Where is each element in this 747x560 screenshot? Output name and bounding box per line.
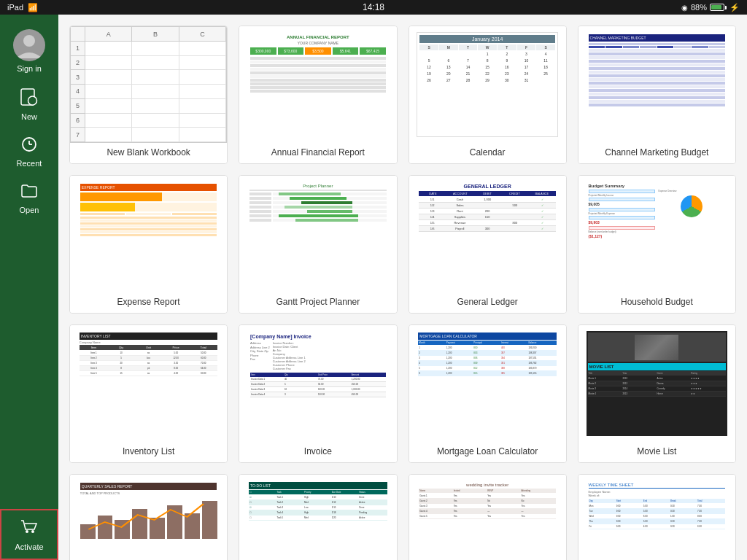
template-preview-expense: EXPENSE REPORT — [70, 176, 227, 292]
template-label-blank: New Blank Workbook — [70, 143, 227, 163]
activate-label: Activate — [15, 542, 43, 551]
open-label: Open — [20, 206, 39, 214]
template-preview-blank: A B C 1 2 3 4 5 6 7 — [70, 26, 227, 143]
template-preview-financial: ANNUAL FINANCIAL REPORT YOUR COMPANY NAM… — [239, 26, 396, 143]
svg-point-0 — [23, 35, 35, 47]
template-ledger[interactable]: GENERAL LEDGER DATE ACCOUNT DEBIT CREDIT… — [409, 175, 567, 314]
template-label-inventory: Inventory List — [70, 442, 227, 462]
template-calendar[interactable]: January 2014 S M T W T F S 1 — [409, 26, 567, 164]
svg-point-8 — [26, 530, 28, 533]
template-label-invoice: Invoice — [239, 442, 396, 462]
template-preview-qsales: QUARTERLY SALES REPORT TOTAL AND TOP PRO… — [70, 475, 227, 560]
svg-point-4 — [28, 96, 37, 105]
open-icon — [20, 182, 38, 204]
status-bar: iPad 📶 14:18 ◉ 88% ⚡ — [0, 0, 747, 15]
template-label-movie: Movie List — [578, 442, 735, 462]
template-label-ledger: General Ledger — [409, 292, 566, 313]
new-label: New — [21, 112, 37, 121]
template-preview-channel: CHANNEL MARKETING BUDGET — [578, 26, 735, 143]
avatar — [13, 29, 45, 61]
template-gantt[interactable]: Project Planner — [239, 175, 397, 314]
battery-indicator — [710, 4, 727, 11]
status-left: iPad 📶 — [7, 3, 38, 12]
sidebar-item-new[interactable]: New — [0, 80, 58, 128]
template-label-channel: Channel Marketing Budget — [578, 143, 735, 163]
device-label: iPad — [7, 3, 23, 12]
template-label-gantt: Gantt Project Planner — [239, 292, 396, 313]
status-time: 14:18 — [363, 2, 384, 12]
template-preview-mortgage: MORTGAGE LOAN CALCULATOR Month Payment P… — [409, 325, 566, 442]
template-preview-calendar: January 2014 S M T W T F S 1 — [409, 26, 566, 143]
status-right: ◉ 88% ⚡ — [681, 3, 740, 12]
sidebar-item-open[interactable]: Open — [0, 175, 58, 222]
main-layout: Sign in New Recent — [0, 15, 747, 560]
template-preview-todo: TO-DO LIST ☐ Task Priority Due Date Stat… — [239, 475, 396, 560]
battery-label: 88% — [691, 3, 707, 12]
signin-label: Sign in — [17, 64, 42, 73]
template-preview-invoice: [Company Name] Invoice AddressAddress Li… — [239, 325, 396, 442]
template-preview-wedding: wedding invite tracker Name Invited RSVP… — [409, 475, 566, 560]
activate-button[interactable]: Activate — [0, 509, 58, 560]
template-household[interactable]: Budget Summary Projected Monthly Income … — [578, 175, 736, 314]
template-label-financial: Annual Financial Report — [239, 143, 396, 163]
charging-icon: ⚡ — [729, 3, 740, 12]
template-label-calendar: Calendar — [409, 143, 566, 163]
template-financial[interactable]: ANNUAL FINANCIAL REPORT YOUR COMPANY NAM… — [239, 26, 397, 164]
wifi-icon: 📶 — [28, 3, 38, 12]
sidebar-bottom: Activate — [0, 509, 58, 560]
template-movie[interactable]: MOVIE LIST Title Year Genre Rating Movie… — [578, 324, 736, 463]
template-blank[interactable]: A B C 1 2 3 4 5 6 7 New Blank Workbook — [69, 26, 228, 164]
template-preview-movie: MOVIE LIST Title Year Genre Rating Movie… — [578, 325, 735, 442]
template-invoice[interactable]: [Company Name] Invoice AddressAddress Li… — [239, 324, 397, 463]
template-preview-household: Budget Summary Projected Monthly Income … — [578, 176, 735, 292]
template-expense[interactable]: EXPENSE REPORT — [69, 175, 228, 314]
template-todo[interactable]: TO-DO LIST ☐ Task Priority Due Date Stat… — [239, 474, 397, 560]
template-preview-gantt: Project Planner — [239, 176, 396, 292]
new-icon — [20, 88, 39, 111]
template-inventory[interactable]: INVENTORY LIST Company Name Item Qty Uni… — [69, 324, 228, 463]
template-mortgage[interactable]: MORTGAGE LOAN CALCULATOR Month Payment P… — [409, 324, 567, 463]
template-grid: A B C 1 2 3 4 5 6 7 New Blank Workbook — [69, 26, 736, 560]
template-wedding[interactable]: wedding invite tracker Name Invited RSVP… — [409, 474, 567, 560]
sidebar: Sign in New Recent — [0, 15, 58, 560]
template-preview-timesheet: WEEKLY TIME SHEET Employee Name:Week of:… — [578, 475, 735, 560]
location-icon: ◉ — [681, 4, 688, 12]
svg-point-9 — [31, 530, 34, 533]
template-qsales[interactable]: QUARTERLY SALES REPORT TOTAL AND TOP PRO… — [69, 474, 228, 560]
cart-icon — [20, 518, 39, 541]
template-label-household: Household Budget — [578, 292, 735, 313]
template-preview-ledger: GENERAL LEDGER DATE ACCOUNT DEBIT CREDIT… — [409, 176, 566, 292]
sidebar-item-recent[interactable]: Recent — [0, 128, 58, 175]
template-label-mortgage: Mortgage Loan Calculator — [409, 442, 566, 462]
template-channel[interactable]: CHANNEL MARKETING BUDGET — [578, 26, 736, 164]
content-area: A B C 1 2 3 4 5 6 7 New Blank Workbook — [58, 15, 747, 560]
recent-label: Recent — [17, 159, 42, 168]
template-preview-inventory: INVENTORY LIST Company Name Item Qty Uni… — [70, 325, 227, 442]
sidebar-item-signin[interactable]: Sign in — [0, 22, 58, 80]
template-timesheet[interactable]: WEEKLY TIME SHEET Employee Name:Week of:… — [578, 474, 736, 560]
recent-icon — [20, 136, 38, 158]
template-label-expense: Expense Report — [70, 292, 227, 313]
